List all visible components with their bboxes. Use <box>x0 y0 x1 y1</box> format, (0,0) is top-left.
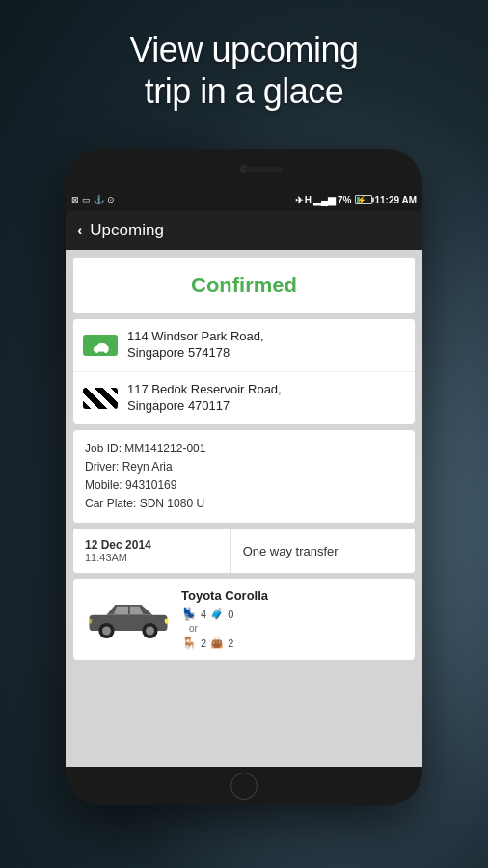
job-info-card: Job ID: MM141212-001 Driver: Reyn Aria M… <box>73 430 415 524</box>
phone-screen: ⊠ ▭ ⚓ ⊙ ✈ H ▂▄▆ 7% ⚡ 11:29 AM <box>66 188 422 767</box>
svg-point-4 <box>146 626 154 635</box>
status-bar: ⊠ ▭ ⚓ ⊙ ✈ H ▂▄▆ 7% ⚡ 11:29 AM <box>66 188 422 211</box>
car-plate-line: Car Plate: SDN 1080 U <box>85 495 403 513</box>
page-title: Upcoming <box>90 221 164 240</box>
battery-percent: 7% <box>338 195 351 205</box>
adult-specs: 💺 4 🧳 0 <box>181 607 403 621</box>
phone-bottom <box>66 767 422 805</box>
battery-icon: ⚡ <box>355 195 372 204</box>
time-display: 11:29 AM <box>374 195 417 205</box>
confirmed-card: Confirmed <box>73 258 415 313</box>
driver-line: Driver: Reyn Aria <box>85 458 403 476</box>
airplane-icon: ✈ <box>295 195 303 205</box>
phone: ⊠ ▭ ⚓ ⊙ ✈ H ▂▄▆ 7% ⚡ 11:29 AM <box>66 149 422 805</box>
dropoff-row: 117 Bedok Reservoir Road, Singapore 4701… <box>73 372 415 424</box>
large-bag-icon: 🧳 <box>210 608 224 620</box>
status-icons-left: ⊠ ▭ ⚓ ⊙ <box>71 195 115 204</box>
network-type: H <box>305 195 312 205</box>
small-bag-count: 2 <box>228 637 233 649</box>
confirmed-status: Confirmed <box>191 273 297 297</box>
charging-icon: ⚡ <box>357 196 366 204</box>
mobile-line: Mobile: 94310169 <box>85 476 403 495</box>
child-seat-icon: 🪑 <box>181 636 197 650</box>
phone-speaker <box>244 167 283 172</box>
pickup-icon <box>83 335 118 356</box>
content-area: Confirmed 114 Windsor Park Road, Singapo… <box>66 250 422 767</box>
svg-point-2 <box>102 626 111 635</box>
vehicle-card: Toyota Corolla 💺 4 🧳 0 or 🪑 2 <box>73 579 415 660</box>
adult-seat-icon: 💺 <box>181 607 197 621</box>
trip-date-container: 12 Dec 2014 11:43AM <box>73 529 231 573</box>
trip-date: 12 Dec 2014 <box>85 538 219 552</box>
signal-bars: ▂▄▆ <box>313 195 336 205</box>
location-card: 114 Windsor Park Road, Singapore 574178 … <box>73 319 415 424</box>
pickup-row: 114 Windsor Park Road, Singapore 574178 <box>73 319 415 372</box>
dropoff-address: 117 Bedok Reservoir Road, Singapore 4701… <box>127 382 282 415</box>
status-icons-right: ✈ H ▂▄▆ 7% ⚡ 11:29 AM <box>295 195 417 205</box>
battery-status-icon: ⊠ <box>71 195 79 204</box>
trip-time: 11:43AM <box>85 552 219 563</box>
trip-type: One way transfer <box>243 544 339 558</box>
vehicle-details: Toyota Corolla 💺 4 🧳 0 or 🪑 2 <box>181 588 403 650</box>
hero-text: View upcoming trip in a glace <box>0 29 488 112</box>
child-specs: 🪑 2 👜 2 <box>181 636 403 650</box>
sim-icon: ▭ <box>82 195 91 204</box>
extra-icon: ⊙ <box>107 195 115 204</box>
trip-meta-card: 12 Dec 2014 11:43AM One way transfer <box>73 529 415 573</box>
vehicle-name: Toyota Corolla <box>181 588 403 603</box>
small-bag-icon: 👜 <box>210 637 224 649</box>
child-count: 2 <box>201 637 206 649</box>
trip-type-container: One way transfer <box>231 529 415 573</box>
usb-icon: ⚓ <box>94 195 104 204</box>
job-id-line: Job ID: MM141212-001 <box>85 440 403 458</box>
home-button[interactable] <box>230 773 258 800</box>
nav-bar: ‹ Upcoming <box>66 211 422 250</box>
phone-top-bar <box>66 149 422 188</box>
svg-rect-6 <box>89 618 93 623</box>
or-label: or <box>189 623 403 634</box>
svg-rect-5 <box>165 618 169 623</box>
vehicle-specs: 💺 4 🧳 0 or 🪑 2 👜 2 <box>181 607 403 650</box>
pickup-address: 114 Windsor Park Road, Singapore 574178 <box>127 329 264 362</box>
car-illustration <box>85 596 172 643</box>
dropoff-icon <box>83 388 118 409</box>
back-button[interactable]: ‹ <box>77 222 82 239</box>
large-bag-count: 0 <box>228 609 233 620</box>
adult-count: 4 <box>201 609 206 620</box>
